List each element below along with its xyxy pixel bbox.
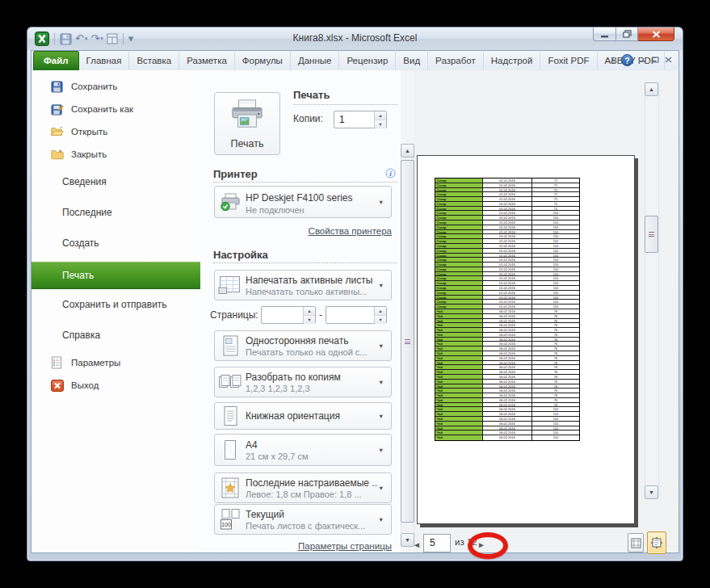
table-cell-value: 110 [532,286,579,290]
excel-window: ↶▾ ↷▾ ▾ Книга8.xlsx - Microsoft Excel Фа… [27,27,683,561]
table-cell-date: 01.02.2016 [483,296,532,300]
setting-subtitle: Левое: 1,8 см Правое: 1,8 ... [246,489,378,499]
sidebar-item-label: Создать [62,237,99,249]
info-icon[interactable]: i [385,167,396,182]
table-cell-value: 110 [532,407,579,411]
pages-from-spin-buttons: ▲▼ [303,307,315,323]
printer-properties-link[interactable]: Свойства принтера [309,226,392,236]
section-divider [293,104,397,105]
sidebar-item-footer-1[interactable]: Выход [51,378,99,393]
ribbon-tab-0[interactable]: Файл [33,51,79,70]
print-button[interactable]: Печать [214,92,280,155]
preview-scrollbar-thumb[interactable] [645,216,658,253]
table-cell-value: 76 [532,346,579,351]
table-cell-date: 01.02.2016 [483,230,532,234]
spin-down-icon[interactable]: ▼ [375,120,386,128]
setting-dropdown-2[interactable]: Разобрать по копиям1,2,3 1,2,3 1,2,3▼ [214,367,392,397]
table-cell-value: 110 [532,244,579,248]
setting-dropdown-1[interactable]: Односторонняя печатьПечатать только на о… [214,330,392,361]
pages-to-stepper[interactable]: ▲▼ [326,306,387,324]
spin-down-icon[interactable]: ▼ [375,315,386,324]
setting-dropdown-5[interactable]: Последние настраиваемые ...Левое: 1,8 см… [214,472,392,503]
scroll-up-icon[interactable]: ▲ [401,144,414,158]
ribbon-tab-5[interactable]: Данные [291,52,340,70]
table-cell-product: Сахар [435,211,483,215]
copies-stepper[interactable]: 1 ▲▼ [334,111,387,128]
scroll-up-icon[interactable]: ▲ [645,82,658,96]
chevron-down-icon: ▼ [378,413,391,420]
sidebar-item-nav-1[interactable]: Последние [62,205,112,220]
workbook-minimize-icon[interactable] [639,54,646,66]
minimize-button[interactable] [593,27,616,41]
table-cell-value: 110 [532,300,579,304]
table-cell-value: 76 [532,375,579,379]
table-cell-product: Сахар [435,230,483,234]
previous-page-icon[interactable]: ◄ [413,540,421,551]
pages-from-stepper[interactable]: ▲▼ [261,306,316,324]
table-cell-product: Сахар [435,281,483,285]
setting-dropdown-0[interactable]: Напечатать активные листыНапечатать толь… [214,270,392,300]
sidebar-item-nav-2[interactable]: Создать [62,236,99,250]
ribbon-tab-1[interactable]: Главная [79,52,130,70]
annotation-circle [468,532,508,559]
current-page-field[interactable]: 5 [423,534,451,552]
setting-dropdown-3[interactable]: Книжная ориентация▼ [214,402,392,430]
table-cell-value: 76 [532,314,579,318]
setting-dropdown-4[interactable]: A421 см x 29,7 см▼ [214,434,392,466]
setting-subtitle: Печатать только на одной с... [246,347,378,357]
settings-scrollbar-thumb[interactable] [401,160,414,523]
sidebar-item-quick-0[interactable]: Сохранить [51,79,117,94]
table-cell-product: Сахар [435,300,483,304]
sidebar-item-nav-0[interactable]: Сведения [62,174,107,189]
table-cell-value: 71 [532,202,579,206]
sidebar-item-quick-3[interactable]: Закрыть [51,147,107,162]
ribbon-tab-2[interactable]: Вставка [129,52,179,70]
spin-down-icon[interactable]: ▼ [304,315,315,324]
spin-up-icon[interactable]: ▲ [375,111,386,120]
table-cell-date: 01.02.2016 [483,202,532,206]
table-cell-product: Чай [435,319,483,323]
table-cell-value: 110 [532,216,579,220]
ribbon-tab-8[interactable]: Разработ [428,52,484,70]
table-cell-value: 110 [532,422,579,426]
sidebar-item-nav-5[interactable]: Справка [62,328,100,342]
one-sided-icon [215,334,246,357]
workbook-restore-icon[interactable] [652,54,659,66]
sidebar-item-footer-0[interactable]: Параметры [51,355,120,370]
spin-up-icon[interactable]: ▲ [375,307,386,315]
ribbon-tab-7[interactable]: Вид [396,52,428,70]
sidebar-item-quick-1[interactable]: Сохранить как [51,102,133,116]
printer-select-dropdown[interactable]: HP Deskjet F4100 seriesНе подключен ▼ [214,186,392,218]
setting-dropdown-6[interactable]: 100ТекущийПечать листов с фактическ...▼ [214,504,392,535]
close-button[interactable] [638,27,674,41]
help-icon[interactable]: ? [621,54,633,66]
table-cell-date: 06.02.2016 [483,430,532,435]
spin-up-icon[interactable]: ▲ [304,307,315,315]
ribbon-tab-6[interactable]: Рецензир [339,52,396,70]
sidebar-item-quick-2[interactable]: Открыть [51,124,107,139]
scroll-down-icon[interactable]: ▼ [645,485,658,499]
setting-dropdown-text: Напечатать активные листыНапечатать толь… [246,275,378,296]
show-margins-button[interactable] [628,533,644,552]
collapse-ribbon-icon[interactable]: ∧ [610,54,615,66]
restore-button[interactable] [616,27,638,41]
table-cell-product: Чай [435,375,483,379]
table-cell-value: 76 [532,365,579,369]
ribbon-tab-9[interactable]: Надстрой [484,52,541,70]
sidebar-item-print-selected[interactable]: Печать [32,262,200,289]
table-cell-date: 01.02.2016 [483,291,532,295]
sidebar-item-label: Сохранить [71,82,117,91]
ribbon-tab-10[interactable]: Foxit PDF [540,52,597,70]
zoom-to-page-button[interactable] [647,531,666,554]
ribbon-tab-3[interactable]: Разметка [179,52,235,70]
settings-scrollbar: ▲ ▼ [401,70,414,552]
setting-subtitle: 21 см x 29,7 см [246,452,378,461]
ribbon-tab-4[interactable]: Формулы [235,52,291,70]
sidebar-item-label: Выход [71,380,99,390]
workbook-close-icon[interactable] [665,54,672,66]
title-bar[interactable]: ↶▾ ↷▾ ▾ Книга8.xlsx - Microsoft Excel [27,27,683,50]
sidebar-item-nav-4[interactable]: Сохранить и отправить [62,297,167,312]
page-setup-link[interactable]: Параметры страницы [298,541,392,551]
scaling-icon: 100 [215,508,246,531]
table-cell-date: 06.02.2016 [483,435,532,440]
